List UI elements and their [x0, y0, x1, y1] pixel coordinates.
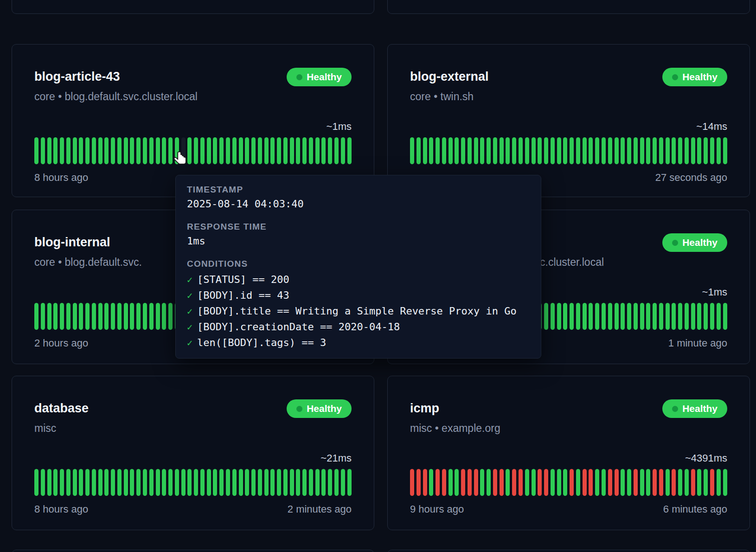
status-bar[interactable] [666, 137, 670, 164]
status-bar[interactable] [608, 137, 612, 164]
status-bar[interactable] [640, 303, 644, 330]
service-title[interactable]: blog-external [410, 70, 489, 84]
status-bar[interactable] [710, 137, 714, 164]
status-bar[interactable] [519, 469, 523, 496]
status-bar[interactable] [672, 137, 676, 164]
status-bar[interactable] [117, 137, 122, 164]
status-bar[interactable] [302, 137, 307, 164]
status-bar[interactable] [143, 469, 147, 496]
status-bar[interactable] [634, 303, 638, 330]
status-bar[interactable] [570, 469, 574, 496]
status-bar[interactable] [544, 137, 548, 164]
status-bar[interactable] [691, 303, 695, 330]
status-bar[interactable] [92, 469, 96, 496]
status-bar[interactable] [519, 137, 523, 164]
status-bar[interactable] [557, 303, 561, 330]
status-bar[interactable] [66, 303, 70, 330]
status-bar[interactable] [723, 303, 727, 330]
status-bar[interactable] [436, 137, 440, 164]
status-bar[interactable] [117, 469, 122, 496]
status-bar[interactable] [136, 137, 141, 164]
status-bar[interactable] [321, 469, 326, 496]
status-bar[interactable] [104, 469, 109, 496]
status-bar[interactable] [583, 469, 587, 496]
status-bar[interactable] [634, 469, 638, 496]
status-bar[interactable] [41, 303, 45, 330]
status-bar[interactable] [130, 137, 134, 164]
status-bar[interactable] [602, 137, 606, 164]
status-bar[interactable] [551, 469, 555, 496]
status-bar[interactable] [207, 137, 211, 164]
status-bar[interactable] [480, 137, 484, 164]
status-bar[interactable] [589, 469, 593, 496]
status-bar[interactable] [168, 303, 173, 330]
status-bar[interactable] [92, 303, 96, 330]
status-bar[interactable] [277, 137, 281, 164]
status-bar[interactable] [296, 137, 300, 164]
status-bar[interactable] [245, 137, 249, 164]
status-bar[interactable] [143, 303, 147, 330]
status-bar[interactable] [512, 469, 516, 496]
status-bar[interactable] [245, 469, 249, 496]
status-bar[interactable] [309, 469, 313, 496]
status-bar[interactable] [685, 303, 689, 330]
status-bar[interactable] [66, 469, 70, 496]
service-title[interactable]: blog-article-43 [34, 70, 120, 84]
status-bar[interactable] [621, 137, 625, 164]
status-bar[interactable] [309, 137, 313, 164]
status-bar[interactable] [544, 303, 548, 330]
status-bar[interactable] [194, 137, 198, 164]
status-bar[interactable] [315, 137, 320, 164]
status-bar[interactable] [111, 303, 115, 330]
status-bar[interactable] [627, 303, 631, 330]
status-bar[interactable] [608, 303, 612, 330]
status-bar[interactable] [666, 469, 670, 496]
service-title[interactable]: blog-internal [34, 235, 110, 250]
status-bar[interactable] [480, 469, 484, 496]
status-bar[interactable] [79, 137, 83, 164]
status-bar[interactable] [615, 303, 619, 330]
status-bar[interactable] [85, 303, 90, 330]
status-bar[interactable] [589, 303, 593, 330]
status-bar[interactable] [130, 469, 134, 496]
status-bar[interactable] [442, 137, 446, 164]
status-bar[interactable] [621, 303, 625, 330]
status-bar[interactable] [436, 469, 440, 496]
status-bar[interactable] [149, 137, 154, 164]
status-bar[interactable] [341, 469, 345, 496]
status-bar[interactable] [583, 137, 587, 164]
status-bar[interactable] [347, 137, 352, 164]
status-bar[interactable] [41, 469, 45, 496]
status-bar[interactable] [416, 137, 421, 164]
status-bar[interactable] [270, 469, 275, 496]
status-bar[interactable] [98, 303, 103, 330]
status-bar[interactable] [283, 469, 288, 496]
status-bar[interactable] [525, 469, 529, 496]
status-bar[interactable] [710, 469, 714, 496]
status-bar[interactable] [315, 469, 320, 496]
status-bar[interactable] [213, 137, 217, 164]
status-bar[interactable] [79, 303, 83, 330]
status-bar[interactable] [53, 137, 58, 164]
status-bar[interactable] [251, 137, 256, 164]
status-bar[interactable] [595, 469, 599, 496]
status-bar[interactable] [85, 137, 90, 164]
status-bar[interactable] [627, 137, 631, 164]
status-bar[interactable] [73, 469, 77, 496]
status-bar[interactable] [104, 303, 109, 330]
status-bar[interactable] [130, 303, 134, 330]
status-bar[interactable] [60, 469, 64, 496]
status-bar[interactable] [264, 137, 269, 164]
status-bar[interactable] [423, 469, 427, 496]
status-bar[interactable] [595, 303, 599, 330]
status-bar[interactable] [461, 469, 465, 496]
status-bar[interactable] [474, 137, 478, 164]
status-bar[interactable] [595, 137, 599, 164]
status-bar[interactable] [685, 469, 689, 496]
status-bar[interactable] [181, 469, 186, 496]
status-bar[interactable] [302, 469, 307, 496]
status-bar[interactable] [659, 469, 663, 496]
status-bar[interactable] [532, 469, 536, 496]
status-bar[interactable] [697, 303, 701, 330]
status-bar[interactable] [557, 137, 561, 164]
